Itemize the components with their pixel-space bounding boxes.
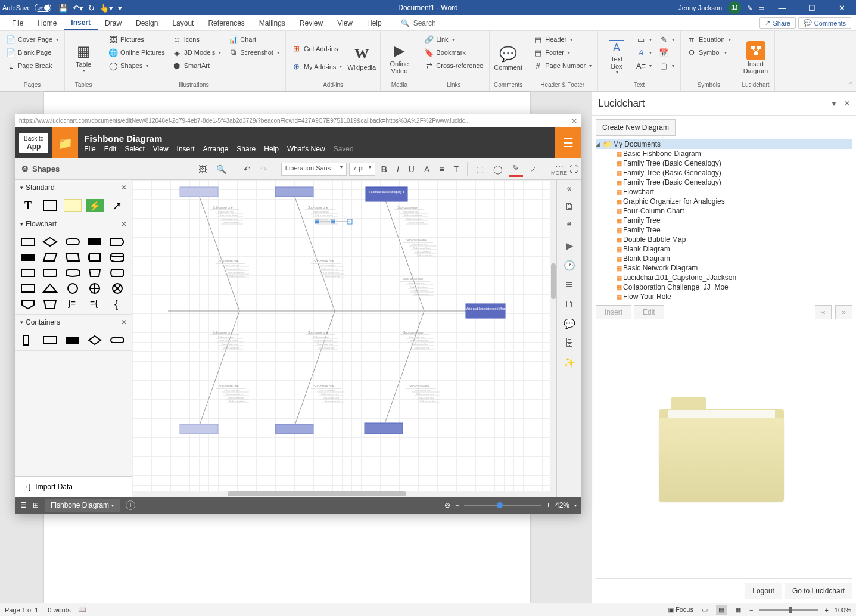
tree-item[interactable]: ▦Family Tree xyxy=(596,216,852,225)
layers-icon[interactable]: ≣ xyxy=(565,279,573,291)
blank-page-button[interactable]: 📄Blank Page xyxy=(4,46,61,58)
canvas[interactable]: Potential cause category 3 Main problem … xyxy=(132,180,556,497)
menu-edit[interactable]: Edit xyxy=(104,145,117,153)
read-mode-icon[interactable]: ▭ xyxy=(699,605,710,615)
tree-item[interactable]: ▦Blank Diagram xyxy=(596,254,852,263)
edit-button[interactable]: Edit xyxy=(634,305,664,319)
flowchart-shape-4[interactable] xyxy=(108,235,126,248)
bold-button[interactable]: B xyxy=(378,162,391,176)
tree-item[interactable]: ▦Basic Network Diagram xyxy=(596,263,852,273)
flowchart-shape-0[interactable] xyxy=(19,235,37,248)
section-header-standard[interactable]: ▾Standard✕ xyxy=(15,180,132,195)
close-button[interactable]: ✕ xyxy=(830,4,854,13)
font-size-selector[interactable]: 7 pt ▾ xyxy=(349,163,375,176)
tab-file[interactable]: File xyxy=(5,15,30,30)
shape-note[interactable] xyxy=(64,199,82,212)
tree-item[interactable]: ▦Flow Your Role xyxy=(596,292,852,301)
menu-share[interactable]: Share xyxy=(236,145,256,153)
user-name[interactable]: Jenny Jackson xyxy=(678,4,722,11)
share-button[interactable]: ↗Share xyxy=(759,17,795,29)
pane-menu-icon[interactable]: ▾ xyxy=(832,99,836,108)
zoom-reset-icon[interactable]: ⊚ xyxy=(444,501,450,509)
flowchart-shape-5[interactable] xyxy=(19,251,37,264)
chat-icon[interactable]: 💬 xyxy=(564,318,575,329)
grid-view-icon[interactable]: ⊞ xyxy=(33,501,39,509)
chart-button[interactable]: 📊Chart xyxy=(226,33,282,45)
insert-button[interactable]: Insert xyxy=(596,305,631,319)
online-pictures-button[interactable]: 🌐Online Pictures xyxy=(106,46,167,58)
line-style-button[interactable]: ⟋ xyxy=(525,162,541,176)
more-button[interactable]: ⋯MORE xyxy=(551,162,567,176)
signature-button[interactable]: ✎▾ xyxy=(656,33,677,45)
diagram-name[interactable]: Fishbone Diagram xyxy=(84,133,353,144)
tree-item[interactable]: ▦Collaboration Challenge_JJ_Moe xyxy=(596,282,852,292)
flowchart-shape-24[interactable]: { xyxy=(108,297,126,310)
zoom-out-icon[interactable]: − xyxy=(455,501,459,509)
menu-arrange[interactable]: Arrange xyxy=(203,145,229,153)
flowchart-shape-3[interactable] xyxy=(86,235,104,248)
redo-icon[interactable]: ↻ xyxy=(88,4,95,13)
align-button[interactable]: ≡ xyxy=(435,162,447,176)
save-icon[interactable]: 💾 xyxy=(58,4,68,13)
flowchart-shape-16[interactable] xyxy=(41,282,59,295)
text-color-button[interactable]: A xyxy=(421,162,433,176)
shapes-button[interactable]: ◯Shapes▾ xyxy=(106,60,167,71)
get-addins-button[interactable]: ⊞Get Add-ins xyxy=(290,43,344,55)
text-options-button[interactable]: T xyxy=(450,162,462,176)
page-number-button[interactable]: #Page Number▾ xyxy=(531,60,594,71)
tab-mailings[interactable]: Mailings xyxy=(252,15,292,30)
print-layout-icon[interactable]: ▤ xyxy=(716,605,727,615)
my-addins-button[interactable]: ⊕My Add-ins▾ xyxy=(290,61,344,73)
database-icon[interactable]: 🗄 xyxy=(565,338,574,349)
comment-icon[interactable]: ❝ xyxy=(566,220,572,232)
close-section-icon[interactable]: ✕ xyxy=(121,220,127,228)
documents-button[interactable]: 📁 xyxy=(52,127,78,158)
horizontal-scrollbar[interactable] xyxy=(132,491,556,497)
undo-button[interactable]: ↶ xyxy=(240,162,254,176)
undo-icon[interactable]: ↶▾ xyxy=(73,4,83,13)
smartart-button[interactable]: ⬢SmartArt xyxy=(170,60,224,71)
back-to-app-button[interactable]: Back to App xyxy=(19,133,48,153)
flowchart-shape-1[interactable] xyxy=(41,235,59,248)
editor-close-icon[interactable]: ✕ xyxy=(571,116,578,126)
prev-button[interactable]: « xyxy=(815,305,832,319)
data-icon[interactable]: 🗋 xyxy=(565,299,574,310)
line-color-button[interactable]: ✎ xyxy=(509,161,523,177)
menu-file[interactable]: File xyxy=(84,145,95,153)
flowchart-shape-23[interactable]: ={ xyxy=(86,297,104,310)
zoom-dropdown-icon[interactable]: ▾ xyxy=(574,503,577,508)
close-section-icon[interactable]: ✕ xyxy=(121,183,127,192)
page-status[interactable]: Page 1 of 1 xyxy=(5,606,38,614)
import-data-button[interactable]: →] Import Data xyxy=(15,476,132,497)
shapes-panel-toggle[interactable]: ⚙Shapes xyxy=(19,162,62,176)
section-header-containers[interactable]: ▾Containers✕ xyxy=(15,315,132,330)
wikipedia-button[interactable]: WWikipedia xyxy=(347,33,376,82)
zoom-out-button[interactable]: − xyxy=(749,606,753,614)
insert-diagram-button[interactable]: Insert Diagram xyxy=(741,33,771,82)
tree-item[interactable]: ▦Double Bubble Map xyxy=(596,235,852,244)
tree-item[interactable]: ▦Four-Column Chart xyxy=(596,206,852,216)
tree-item[interactable]: ▦Family Tree (Basic Genealogy) xyxy=(596,158,852,168)
quick-parts-button[interactable]: ▭▾ xyxy=(634,33,654,45)
shape-container-2[interactable] xyxy=(41,334,59,347)
tree-root[interactable]: ◢ 📁 My Documents xyxy=(596,139,852,149)
tab-layout[interactable]: Layout xyxy=(165,15,201,30)
tab-insert[interactable]: Insert xyxy=(64,15,98,30)
tree-item[interactable]: ▦Family Tree (Basic Genealogy) xyxy=(596,178,852,187)
fill-button[interactable]: ▢ xyxy=(472,162,487,176)
shape-block[interactable] xyxy=(41,199,59,212)
shape-container-3[interactable] xyxy=(64,334,82,347)
present-icon[interactable]: ▶ xyxy=(566,240,573,251)
tree-item[interactable]: ▦Family Tree (Basic Genealogy) xyxy=(596,168,852,178)
page-tab[interactable]: Fishbone Diagram▾ xyxy=(45,499,120,512)
date-time-button[interactable]: 📅 xyxy=(656,46,677,58)
menu-help[interactable]: Help xyxy=(264,145,279,153)
expand-icon[interactable]: ◢ xyxy=(596,141,602,147)
shape-text[interactable]: T xyxy=(19,199,37,212)
flowchart-shape-22[interactable]: }= xyxy=(64,297,82,310)
tab-design[interactable]: Design xyxy=(129,15,165,30)
equation-button[interactable]: πEquation▾ xyxy=(684,33,733,45)
cross-reference-button[interactable]: ⇄Cross-reference xyxy=(422,60,485,71)
tab-review[interactable]: Review xyxy=(292,15,330,30)
shape-container-4[interactable] xyxy=(86,334,104,347)
